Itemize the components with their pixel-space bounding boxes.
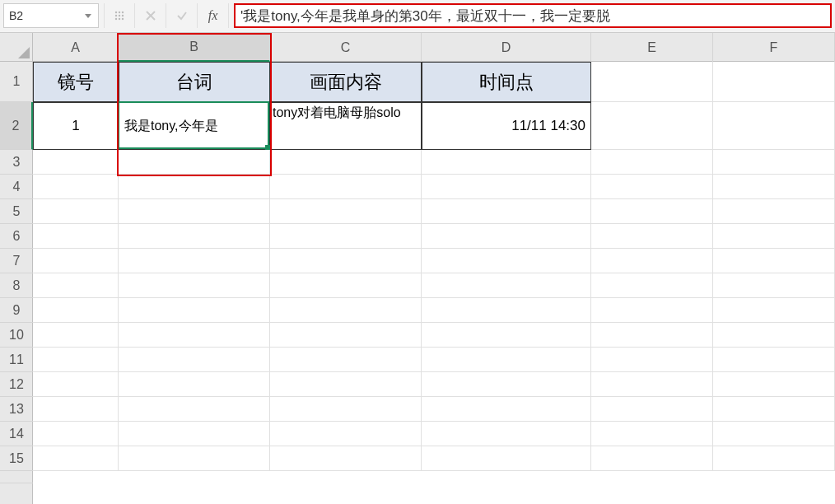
cell-C10[interactable] bbox=[270, 323, 422, 348]
cell-B6[interactable] bbox=[119, 224, 270, 249]
cell-F10[interactable] bbox=[713, 323, 835, 348]
cell-C3[interactable] bbox=[270, 150, 422, 175]
cell-F1[interactable] bbox=[713, 62, 835, 102]
row-header-14[interactable]: 14 bbox=[0, 422, 33, 446]
row-header-10[interactable]: 10 bbox=[0, 323, 33, 348]
cell-E3[interactable] bbox=[591, 150, 713, 175]
cell-E13[interactable] bbox=[591, 397, 713, 422]
cell-E12[interactable] bbox=[591, 372, 713, 397]
row-header-2[interactable]: 2 bbox=[0, 102, 33, 150]
cell-C12[interactable] bbox=[270, 372, 422, 397]
cell-E6[interactable] bbox=[591, 224, 713, 249]
dropdown-icon[interactable] bbox=[85, 14, 91, 18]
select-all-corner[interactable] bbox=[0, 33, 33, 62]
cell-D7[interactable] bbox=[422, 249, 591, 273]
cell-E11[interactable] bbox=[591, 348, 713, 372]
cell-C15[interactable] bbox=[270, 446, 422, 471]
cell-A15[interactable] bbox=[33, 446, 119, 471]
cell-C14[interactable] bbox=[270, 422, 422, 446]
cell-E5[interactable] bbox=[591, 199, 713, 224]
col-header-A[interactable]: A bbox=[33, 33, 119, 62]
cell-C5[interactable] bbox=[270, 199, 422, 224]
col-header-D[interactable]: D bbox=[422, 33, 591, 62]
cell-F14[interactable] bbox=[713, 422, 835, 446]
cell-A13[interactable] bbox=[33, 397, 119, 422]
cell-D9[interactable] bbox=[422, 298, 591, 323]
cell-A10[interactable] bbox=[33, 323, 119, 348]
row-header-5[interactable]: 5 bbox=[0, 199, 33, 224]
cell-F3[interactable] bbox=[713, 150, 835, 175]
cell-D10[interactable] bbox=[422, 323, 591, 348]
cell-C13[interactable] bbox=[270, 397, 422, 422]
row-header-3[interactable]: 3 bbox=[0, 150, 33, 175]
row-header-13[interactable]: 13 bbox=[0, 397, 33, 422]
cell-D11[interactable] bbox=[422, 348, 591, 372]
cell-C11[interactable] bbox=[270, 348, 422, 372]
cell-D8[interactable] bbox=[422, 273, 591, 298]
cell-E4[interactable] bbox=[591, 175, 713, 199]
cell-B3[interactable] bbox=[119, 150, 270, 175]
formula-input[interactable]: '我是tony,今年是我单身的第30年，最近双十一，我一定要脱 bbox=[234, 3, 832, 28]
cell-D4[interactable] bbox=[422, 175, 591, 199]
spreadsheet-grid[interactable]: ABCDEF 123456789101112131415 镜号台词画面内容时间点… bbox=[0, 33, 835, 504]
cell-E8[interactable] bbox=[591, 273, 713, 298]
col-header-F[interactable]: F bbox=[713, 33, 835, 62]
cell-D2[interactable]: 11/11 14:30 bbox=[422, 102, 591, 150]
cell-F9[interactable] bbox=[713, 298, 835, 323]
name-box[interactable]: B2 bbox=[3, 3, 99, 28]
cell-E1[interactable] bbox=[591, 62, 713, 102]
cell-F7[interactable] bbox=[713, 249, 835, 273]
cell-E7[interactable] bbox=[591, 249, 713, 273]
row-header-7[interactable]: 7 bbox=[0, 249, 33, 273]
cell-F13[interactable] bbox=[713, 397, 835, 422]
cell-F12[interactable] bbox=[713, 372, 835, 397]
cell-B14[interactable] bbox=[119, 422, 270, 446]
col-header-B[interactable]: B bbox=[119, 33, 270, 62]
cell-C2[interactable]: tony对着电脑母胎solo bbox=[270, 102, 422, 150]
row-header-16[interactable] bbox=[0, 471, 33, 483]
cell-B7[interactable] bbox=[119, 249, 270, 273]
cell-D14[interactable] bbox=[422, 422, 591, 446]
cell-C9[interactable] bbox=[270, 298, 422, 323]
cell-C4[interactable] bbox=[270, 175, 422, 199]
cell-A14[interactable] bbox=[33, 422, 119, 446]
row-header-6[interactable]: 6 bbox=[0, 224, 33, 249]
cell-B13[interactable] bbox=[119, 397, 270, 422]
cell-D3[interactable] bbox=[422, 150, 591, 175]
cell-C1[interactable]: 画面内容 bbox=[270, 62, 422, 102]
cell-B12[interactable] bbox=[119, 372, 270, 397]
cell-D5[interactable] bbox=[422, 199, 591, 224]
cell-E15[interactable] bbox=[591, 446, 713, 471]
cell-B1[interactable]: 台词 bbox=[119, 62, 270, 102]
cell-A9[interactable] bbox=[33, 298, 119, 323]
cell-B9[interactable] bbox=[119, 298, 270, 323]
cells-area[interactable]: 镜号台词画面内容时间点1我是tony,今年是tony对着电脑母胎solo11/1… bbox=[33, 62, 835, 504]
cell-A3[interactable] bbox=[33, 150, 119, 175]
cell-F6[interactable] bbox=[713, 224, 835, 249]
cell-D12[interactable] bbox=[422, 372, 591, 397]
cell-E14[interactable] bbox=[591, 422, 713, 446]
cell-A11[interactable] bbox=[33, 348, 119, 372]
cell-A1[interactable]: 镜号 bbox=[33, 62, 119, 102]
cell-E10[interactable] bbox=[591, 323, 713, 348]
cell-D13[interactable] bbox=[422, 397, 591, 422]
cell-D15[interactable] bbox=[422, 446, 591, 471]
cell-A5[interactable] bbox=[33, 199, 119, 224]
cell-B4[interactable] bbox=[119, 175, 270, 199]
cell-B5[interactable] bbox=[119, 199, 270, 224]
row-header-15[interactable]: 15 bbox=[0, 446, 33, 471]
row-header-12[interactable]: 12 bbox=[0, 372, 33, 397]
cell-A6[interactable] bbox=[33, 224, 119, 249]
fx-icon[interactable]: fx bbox=[198, 3, 229, 28]
cell-B8[interactable] bbox=[119, 273, 270, 298]
cell-D6[interactable] bbox=[422, 224, 591, 249]
row-header-4[interactable]: 4 bbox=[0, 175, 33, 199]
row-header-9[interactable]: 9 bbox=[0, 298, 33, 323]
cell-F15[interactable] bbox=[713, 446, 835, 471]
cell-E9[interactable] bbox=[591, 298, 713, 323]
cell-C7[interactable] bbox=[270, 249, 422, 273]
cell-A7[interactable] bbox=[33, 249, 119, 273]
col-header-E[interactable]: E bbox=[591, 33, 713, 62]
cell-B15[interactable] bbox=[119, 446, 270, 471]
row-header-8[interactable]: 8 bbox=[0, 273, 33, 298]
